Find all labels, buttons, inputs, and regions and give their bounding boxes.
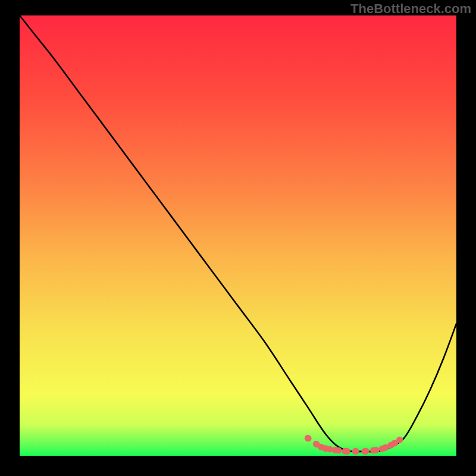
optimal-marker xyxy=(305,435,311,441)
optimal-marker xyxy=(335,447,342,454)
optimal-marker xyxy=(344,448,350,455)
watermark-label: TheBottleneck.com xyxy=(350,1,471,17)
optimal-marker xyxy=(379,446,386,452)
optimal-marker xyxy=(370,447,377,454)
bottleneck-chart xyxy=(0,0,476,476)
optimal-marker xyxy=(327,446,333,452)
optimal-marker xyxy=(396,437,403,443)
optimal-marker xyxy=(387,442,394,449)
gradient-background xyxy=(20,15,456,456)
optimal-marker xyxy=(353,448,359,455)
optimal-marker xyxy=(361,448,368,455)
optimal-marker xyxy=(318,444,324,450)
